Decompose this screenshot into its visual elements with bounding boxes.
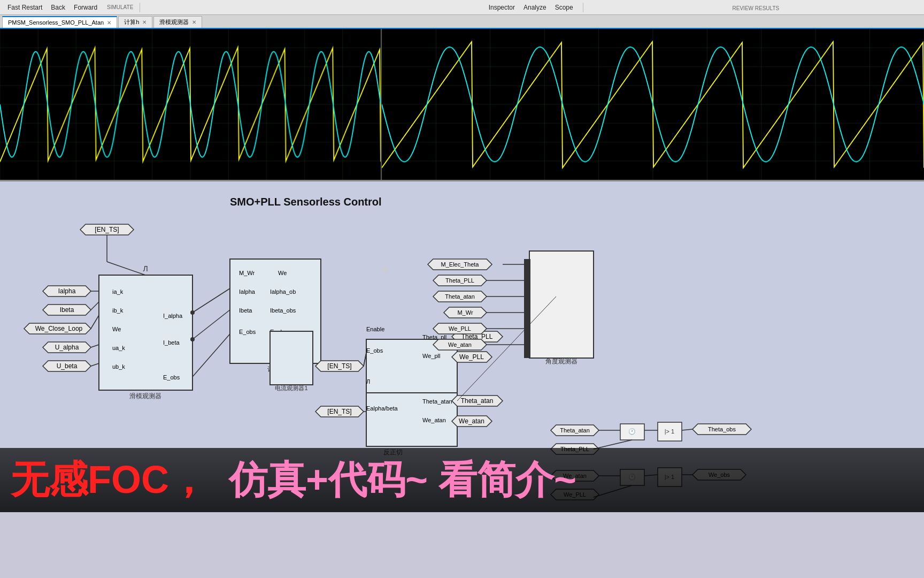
svg-text:[EN_TS]: [EN_TS] — [95, 226, 119, 233]
svg-text:Theta_atan: Theta_atan — [445, 293, 475, 300]
svg-text:Ibeta: Ibeta — [239, 307, 252, 314]
tab-main[interactable]: PMSM_Sensorless_SMO_PLL_Atan ✕ — [2, 16, 117, 28]
back-button[interactable]: Back — [48, 3, 68, 12]
tab-main-close[interactable]: ✕ — [107, 20, 111, 26]
analyze-button[interactable]: Analyze — [520, 3, 550, 12]
tab-calch[interactable]: 计算h ✕ — [118, 16, 152, 28]
diagram-area: SMO+PLL Sensorless Control [EN_TS] Ialph… — [0, 181, 924, 512]
svg-text:Ialpha: Ialpha — [239, 288, 256, 295]
svg-text:We_pll: We_pll — [422, 353, 440, 359]
svg-text:滑模观测器: 滑模观测器 — [129, 392, 161, 400]
svg-text:We: We — [278, 270, 287, 276]
svg-text:E_obs: E_obs — [163, 374, 180, 381]
fast-restart-button[interactable]: Fast Restart — [4, 3, 45, 12]
svg-text:|> 1: |> 1 — [665, 428, 674, 435]
tab-main-label: PMSM_Sensorless_SMO_PLL_Atan — [8, 19, 104, 26]
tabbar: PMSM_Sensorless_SMO_PLL_Atan ✕ 计算h ✕ 滑模观… — [0, 15, 924, 29]
forward-button[interactable]: Forward — [71, 3, 101, 12]
tab-smo-label: 滑模观测器 — [159, 18, 189, 26]
bottom-text-red: 无感FOC， — [11, 454, 207, 506]
svg-text:Ialpha_ob: Ialpha_ob — [270, 288, 296, 295]
svg-text:Theta_atan: Theta_atan — [422, 398, 452, 405]
svg-text:ub_k: ub_k — [112, 363, 125, 370]
review-results-label: REVIEW RESULTS — [733, 5, 780, 11]
svg-text:Ibeta_obs: Ibeta_obs — [270, 307, 296, 314]
svg-text:We: We — [112, 326, 121, 332]
scope-right — [382, 29, 924, 180]
bottom-text-pink: 仿真+代码~ 看简介~ — [229, 454, 576, 506]
tab-calch-close[interactable]: ✕ — [142, 19, 147, 25]
scope-area — [0, 29, 924, 181]
svg-rect-73 — [529, 251, 594, 358]
toolbar: Fast Restart Back Forward SIMULATE Inspe… — [0, 0, 924, 15]
svg-text:M_Elec_Theta: M_Elec_Theta — [441, 261, 480, 268]
scope-left — [0, 29, 382, 180]
tab-smo-close[interactable]: ✕ — [192, 19, 196, 25]
svg-text:Л: Л — [143, 264, 148, 273]
svg-text:[EN_TS]: [EN_TS] — [327, 408, 351, 415]
tab-calch-label: 计算h — [124, 18, 139, 26]
svg-text:Theta_atan: Theta_atan — [560, 427, 590, 434]
svg-text:ia_k: ia_k — [112, 288, 124, 295]
svg-text:Ealpha/beta: Ealpha/beta — [366, 405, 398, 412]
svg-text:SMO+PLL Sensorless Control: SMO+PLL Sensorless Control — [230, 196, 382, 208]
svg-text:🕐: 🕐 — [628, 428, 636, 435]
svg-rect-75 — [524, 259, 530, 358]
svg-text:Theta_atan: Theta_atan — [461, 397, 494, 405]
svg-text:We_atan: We_atan — [422, 417, 446, 423]
scope-button[interactable]: Scope — [552, 3, 576, 12]
toolbar-simulate-section: Fast Restart Back Forward SIMULATE — [4, 3, 140, 12]
svg-text:电流观测器1: 电流观测器1 — [275, 385, 307, 391]
svg-text:Theta_obs: Theta_obs — [708, 426, 736, 432]
toolbar-tools-section: Inspector Analyze Scope — [486, 3, 583, 12]
svg-text:We_PLL: We_PLL — [449, 325, 471, 332]
svg-rect-35 — [270, 331, 313, 385]
svg-text:E_obs: E_obs — [366, 347, 383, 354]
svg-text:Theta_PLL: Theta_PLL — [445, 277, 474, 284]
svg-text:U_alpha: U_alpha — [55, 344, 79, 351]
svg-text:E_obs: E_obs — [239, 329, 256, 335]
svg-text:We_atan: We_atan — [459, 417, 484, 425]
svg-text:[EN_TS]: [EN_TS] — [327, 362, 351, 370]
svg-text:◀: ◀ — [381, 265, 388, 274]
svg-point-125 — [190, 337, 195, 341]
svg-text:U_beta: U_beta — [57, 362, 78, 370]
simulate-label: SIMULATE — [107, 4, 133, 10]
tab-smo[interactable]: 滑模观测器 ✕ — [153, 16, 202, 28]
inspector-button[interactable]: Inspector — [486, 3, 518, 12]
svg-text:ua_k: ua_k — [112, 345, 125, 351]
svg-point-124 — [190, 310, 195, 315]
svg-text:Л: Л — [366, 378, 370, 385]
svg-text:Enable: Enable — [366, 326, 384, 332]
svg-text:We_Close_Loop: We_Close_Loop — [35, 325, 83, 332]
svg-text:M_Wr: M_Wr — [457, 309, 473, 316]
svg-text:We_PLL: We_PLL — [459, 353, 484, 361]
svg-text:M_Wr: M_Wr — [239, 270, 255, 276]
svg-text:Ibeta: Ibeta — [60, 306, 74, 314]
svg-text:Ialpha: Ialpha — [58, 287, 76, 295]
svg-text:I_beta: I_beta — [163, 339, 180, 346]
bottom-overlay: 无感FOC， 仿真+代码~ 看简介~ — [0, 448, 924, 512]
svg-text:We_atan: We_atan — [448, 341, 472, 348]
svg-text:I_alpha: I_alpha — [163, 313, 183, 319]
svg-text:角度观测器: 角度观测器 — [545, 358, 578, 365]
svg-text:ib_k: ib_k — [112, 307, 124, 314]
